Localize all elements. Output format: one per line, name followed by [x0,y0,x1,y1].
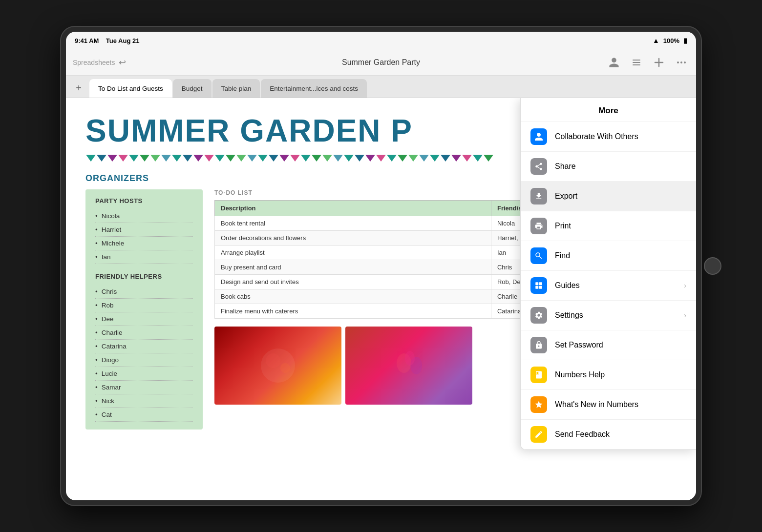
menu-item-guides[interactable]: Guides › [521,271,696,301]
undo-button[interactable]: ↩ [119,57,126,68]
svg-rect-14 [535,286,538,289]
whats-new-label: What's New in Numbers [555,400,686,409]
list-item: Dee [95,312,193,326]
numbers-help-icon [530,367,547,383]
svg-rect-15 [539,286,542,289]
send-feedback-icon [530,426,547,443]
cell-description: Buy present and card [215,260,491,275]
content-area: SUMMER GARDEN P [66,98,696,500]
numbers-help-label: Numbers Help [555,370,686,379]
guides-label: Guides [555,281,676,290]
guides-icon [530,277,547,294]
col-description: Description [215,201,491,216]
list-item: Chris [95,285,193,299]
tab-tableplan[interactable]: Table plan [212,79,260,98]
export-label: Export [555,192,686,201]
cell-description: Order decorations and flowers [215,231,491,246]
share-icon [530,158,547,175]
set-password-label: Set Password [555,341,686,349]
menu-item-collaborate[interactable]: Collaborate With Others [521,122,696,152]
list-item: Samar [95,381,193,394]
toolbar: Spreadsheets ↩ Summer Garden Party [66,49,696,76]
menu-item-export[interactable]: Export [521,182,696,211]
cell-description: Finalize menu with caterers [215,304,491,319]
find-label: Find [555,251,686,260]
list-item: Ian [95,250,193,264]
svg-point-3 [677,61,679,63]
svg-point-8 [280,363,290,373]
menu-item-share[interactable]: Share [521,152,696,182]
list-item: Diogo [95,353,193,367]
list-item: Harriet [95,223,193,237]
send-feedback-label: Send Feedback [555,430,686,439]
status-bar: 9:41 AM Tue Aug 21 ▲ 100% ▮ [66,32,696,49]
share-label: Share [555,162,686,171]
svg-point-5 [684,61,686,63]
list-item: Lucie [95,367,193,381]
add-button[interactable] [651,55,667,70]
date: Tue Aug 21 [106,37,140,44]
svg-rect-2 [633,64,640,65]
status-indicators: ▲ 100% ▮ [653,37,687,44]
more-menu-title: More [521,98,696,122]
svg-rect-1 [633,62,640,63]
menu-item-numbers-help[interactable]: Numbers Help [521,360,696,390]
svg-point-7 [266,353,280,368]
svg-rect-0 [633,60,640,61]
list-item: Rob [95,299,193,312]
tab-entertainment[interactable]: Entertainment...ices and costs [261,79,367,98]
collaborate-button[interactable] [606,55,622,70]
svg-point-11 [405,351,415,366]
toolbar-left: Spreadsheets ↩ [73,57,170,68]
collaborate-icon [530,128,547,145]
cell-description: Arrange playlist [215,246,491,260]
tab-todo[interactable]: To Do List and Guests [89,79,172,98]
screen: 9:41 AM Tue Aug 21 ▲ 100% ▮ Spreadsheets… [66,32,696,500]
cell-description: Design and send out invites [215,275,491,289]
cell-description: Book tent rental [215,216,491,231]
more-button[interactable] [674,55,689,70]
set-password-icon [530,337,547,353]
settings-icon [530,307,547,324]
list-item: Nicola [95,209,193,223]
friendly-helpers-title: FRIENDLY HELPERS [95,273,193,280]
collaborate-label: Collaborate With Others [555,132,686,141]
menu-item-print[interactable]: Print [521,211,696,241]
list-item: Catarina [95,340,193,353]
svg-point-4 [680,61,682,63]
toolbar-right [592,55,689,70]
time: 9:41 AM [75,37,99,44]
find-icon [530,247,547,264]
document-title: Summer Garden Party [176,58,586,67]
print-icon [530,218,547,234]
tab-budget[interactable]: Budget [173,79,212,98]
format-button[interactable] [629,55,644,70]
photo-drink [214,327,341,405]
cell-description: Book cabs [215,289,491,304]
more-menu: More Collaborate With Others [520,98,696,450]
list-item: Michele [95,237,193,250]
menu-item-whats-new[interactable]: What's New in Numbers [521,390,696,420]
list-item: Cat [95,408,193,422]
menu-item-send-feedback[interactable]: Send Feedback [521,420,696,450]
tabs-bar: + To Do List and Guests Budget Table pla… [66,76,696,98]
photo-balloons [345,327,472,405]
menu-item-settings[interactable]: Settings › [521,301,696,330]
home-button[interactable] [704,257,721,275]
svg-rect-12 [535,282,538,285]
list-item: Charlie [95,326,193,340]
export-icon [530,188,547,205]
svg-rect-13 [539,282,542,285]
back-button[interactable]: Spreadsheets [73,59,115,66]
list-item: Nick [95,394,193,408]
battery-icon: ▮ [683,37,687,44]
settings-chevron-icon: › [684,311,686,319]
guides-chevron-icon: › [684,282,686,289]
wifi-icon: ▲ [653,37,659,44]
battery-percentage: 100% [663,37,679,44]
ipad-device: 9:41 AM Tue Aug 21 ▲ 100% ▮ Spreadsheets… [61,27,701,505]
print-label: Print [555,222,686,230]
add-sheet-button[interactable]: + [71,80,86,96]
menu-item-find[interactable]: Find [521,241,696,271]
menu-item-set-password[interactable]: Set Password [521,330,696,360]
